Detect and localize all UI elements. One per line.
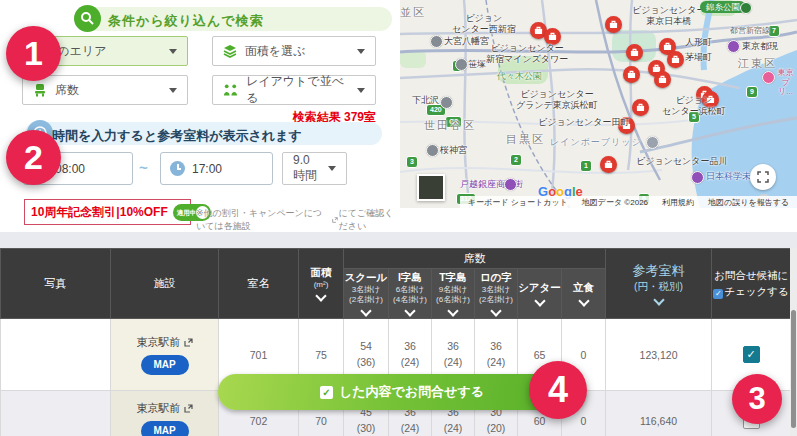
col-header-photo[interactable]: 写真 (1, 249, 111, 319)
time-range-tilde: ~ (139, 159, 148, 176)
map-poi-icon (430, 35, 443, 48)
discount-label: 10周年記念割引|10%OFF (31, 204, 168, 221)
map-label: 目黒区 (506, 133, 545, 146)
vision-center-map-pin[interactable] (623, 66, 640, 83)
map-button[interactable]: MAP (141, 355, 189, 375)
sort-chevron-icon (653, 294, 664, 305)
map-poi-icon (740, 2, 752, 14)
chair-icon (33, 83, 47, 97)
map-label: 都営新宿線 (730, 26, 770, 36)
vision-center-map-pin[interactable] (667, 51, 684, 68)
time-section-title: 時間を入力すると参考室料が表示されます (52, 127, 302, 145)
end-time-value: 17:00 (192, 162, 222, 176)
seats-dropdown[interactable]: 席数 (22, 75, 188, 105)
price-cell: 116,640 (606, 391, 712, 436)
facility-link[interactable]: 東京駅前 (137, 401, 181, 416)
map-label: 笹塚 (468, 59, 486, 70)
seat-col-header-0[interactable]: スクール3名掛け(2名掛け) (344, 269, 389, 319)
map-poi-icon (504, 178, 517, 191)
map-poi-icon (426, 144, 439, 157)
map-poi-icon (440, 96, 453, 109)
room-photo[interactable]: ‹ › (1, 391, 111, 436)
map-label: ビジョンセンター 新宿マインズタワー (486, 43, 568, 65)
col-header-price[interactable]: 参考室料 (円・税別) (606, 249, 712, 319)
discount-toggle-label: 適用中 (177, 209, 197, 218)
map-label: 人形町 (685, 37, 712, 48)
street-view-inset[interactable] (417, 174, 445, 201)
route-shield: 9 (746, 86, 758, 98)
clock-icon (170, 161, 185, 176)
search-filter-panel: 条件から絞り込んで検索 全てのエリア 面積を選ぶ 席数 レイアウトで並べる 検索… (0, 0, 400, 232)
annotation-badge-4: 4 (529, 361, 587, 419)
facility-cell: 東京駅前 MAP (111, 319, 219, 391)
room-photo[interactable]: ‹ › (1, 319, 111, 391)
seat-col-header-1[interactable]: I字島6名掛け(4名掛け) (389, 269, 432, 319)
size-dropdown-value: 面積を選ぶ (245, 43, 306, 60)
seat-col-header-2[interactable]: T字島9名掛け(6名掛け) (432, 269, 475, 319)
seat-col-header-3[interactable]: ロの字3名掛け(2名掛け) (475, 269, 518, 319)
seats-dropdown-value: 席数 (55, 82, 79, 99)
discount-banner: 10周年記念割引|10%OFF 適用中 (24, 199, 191, 225)
map-label: 茅場町 (685, 52, 712, 63)
inquiry-header-line1: お問合せ候補に (712, 268, 790, 284)
inquiry-submit-label: した内容でお問合せする (339, 383, 484, 401)
sort-chevron-icon (315, 290, 326, 301)
sort-chevron-icon (360, 305, 371, 316)
col-header-area[interactable]: 面積 (m²) (299, 249, 344, 319)
map-poi-icon (646, 136, 659, 149)
inquiry-header-line2: チェックする (724, 285, 788, 297)
size-dropdown[interactable]: 面積を選ぶ (212, 36, 376, 66)
price-header-line1: 参考室料 (606, 262, 711, 280)
map-attribution-item[interactable]: 地図の誤りを報告する (708, 197, 789, 208)
map-label: ビジョンセンター田町 (538, 117, 629, 128)
inquiry-checkbox[interactable]: ✓ (743, 346, 760, 363)
end-time-input[interactable]: 17:00 (160, 152, 273, 185)
discount-note: ※他の割引・キャンペーンについては各施設 にてご確認ください (196, 207, 400, 233)
seat-col-header-5[interactable]: 立食 (562, 269, 606, 319)
sort-chevron-icon (534, 295, 545, 306)
caret-down-icon (169, 88, 177, 93)
external-link-icon (184, 404, 193, 413)
search-title: 条件から絞り込んで検索 (108, 12, 264, 30)
col-header-room[interactable]: 室名 (219, 249, 299, 319)
map-label: 下北沢 (412, 95, 439, 106)
table-scrollbar[interactable] (790, 248, 797, 436)
meeting-room-search-page: 条件から絞り込んで検索 全てのエリア 面積を選ぶ 席数 レイアウトで並べる 検索… (0, 0, 797, 436)
map-attribution-item[interactable]: キーボード ショートカット (468, 197, 568, 208)
caret-down-icon (169, 49, 177, 54)
map-canvas[interactable]: 4420C23213125976並区ビジョン センター西新宿大宮八幡宮ビジョンセ… (400, 0, 797, 208)
map-attribution-item[interactable]: 利用規約 (662, 197, 694, 208)
seat-col-header-4[interactable]: シアター (518, 269, 562, 319)
vision-center-map-pin[interactable] (600, 156, 617, 173)
map-label: 東京都現 (742, 41, 778, 52)
vision-center-map-pin[interactable] (626, 44, 643, 61)
map-label: レインボーブリッジ (550, 137, 642, 148)
layout-dropdown[interactable]: レイアウトで並べる (212, 75, 376, 105)
area-header-line1: 面積 (299, 266, 343, 280)
map-label: ビジョンセンター品川 (636, 156, 727, 167)
caret-down-icon (357, 49, 365, 54)
sort-chevron-icon (490, 305, 501, 316)
price-cell: 123,120 (606, 319, 712, 391)
vision-center-map-pin[interactable] (632, 99, 649, 116)
fullscreen-map-button[interactable] (750, 164, 776, 190)
map-label: 大宮八幡宮 (444, 36, 489, 47)
people-layout-icon (223, 83, 238, 97)
map-label: ビジョン センター浜松町 (662, 95, 726, 117)
map-label: ビジョンセンター 東京日本橋 (632, 5, 705, 27)
map-label: 並区 (400, 6, 426, 19)
map-button[interactable]: MAP (141, 421, 189, 436)
vision-center-map-pin[interactable] (654, 71, 671, 88)
caret-down-icon (328, 166, 336, 171)
scrollbar-thumb[interactable] (791, 310, 796, 428)
caret-down-icon (357, 88, 365, 93)
facility-link[interactable]: 東京駅前 (137, 335, 181, 350)
col-header-facility[interactable]: 施設 (111, 249, 219, 319)
duration-value: 9.0 時間 (293, 153, 320, 184)
page-gap (0, 232, 797, 248)
map-attribution-item: 地図データ ©2026 (582, 197, 648, 208)
checkbox-icon: ✓ (713, 289, 723, 299)
search-icon (74, 5, 101, 32)
duration-dropdown[interactable]: 9.0 時間 (282, 152, 347, 185)
vision-center-map-pin[interactable] (605, 16, 622, 33)
